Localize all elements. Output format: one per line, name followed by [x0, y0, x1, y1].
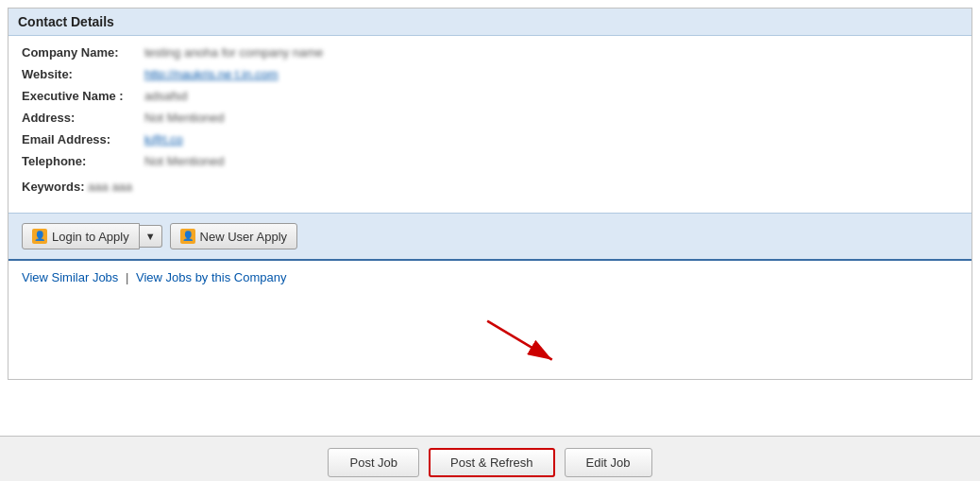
- section-header: Contact Details: [8, 9, 972, 36]
- section-title: Contact Details: [18, 14, 114, 29]
- executive-name-value: adsafsd: [144, 89, 188, 103]
- telephone-value: Not Mentioned: [144, 154, 225, 168]
- svg-line-1: [487, 321, 552, 360]
- contact-row-email: Email Address: k@t.co: [22, 132, 958, 146]
- post-refresh-button[interactable]: Post & Refresh: [429, 448, 554, 477]
- login-to-apply-button[interactable]: 👤 Login to Apply: [22, 223, 140, 249]
- login-apply-label: Login to Apply: [52, 230, 129, 244]
- website-value[interactable]: http://naukris.ne t.in.com: [144, 67, 279, 81]
- contact-details-section: Contact Details Company Name: testing an…: [8, 8, 972, 380]
- view-similar-jobs-link[interactable]: View Similar Jobs: [22, 270, 118, 284]
- login-icon: 👤: [32, 229, 47, 244]
- apply-bar: 👤 Login to Apply ▼ 👤 New User Apply: [8, 213, 972, 261]
- dropdown-arrow: ▼: [145, 231, 156, 242]
- contact-row-address: Address: Not Mentioned: [22, 111, 958, 125]
- keywords-label: Keywords:: [22, 180, 88, 194]
- links-separator: |: [126, 270, 128, 284]
- email-label: Email Address:: [22, 132, 144, 146]
- login-apply-dropdown-button[interactable]: ▼: [140, 225, 162, 248]
- links-row: View Similar Jobs | View Jobs by this Co…: [8, 261, 972, 294]
- new-user-icon: 👤: [180, 229, 195, 244]
- keywords-row: Keywords: aaa aaa: [22, 176, 958, 198]
- contact-row-company: Company Name: testing anoha for company …: [22, 45, 958, 60]
- footer-bar: Post Job Post & Refresh Edit Job: [0, 436, 980, 481]
- email-value[interactable]: k@t.co: [144, 132, 183, 146]
- contact-row-website: Website: http://naukris.ne t.in.com: [22, 67, 958, 81]
- telephone-label: Telephone:: [22, 154, 144, 168]
- website-label: Website:: [22, 67, 144, 81]
- new-user-apply-button[interactable]: 👤 New User Apply: [170, 223, 297, 249]
- address-label: Address:: [22, 111, 144, 125]
- edit-job-button[interactable]: Edit Job: [565, 448, 652, 477]
- contact-body: Company Name: testing anoha for company …: [8, 36, 972, 213]
- new-user-apply-label: New User Apply: [200, 230, 287, 244]
- address-value: Not Mentioned: [144, 111, 225, 125]
- arrow-indicator: [471, 313, 584, 369]
- view-jobs-by-company-link[interactable]: View Jobs by this Company: [136, 270, 286, 284]
- main-container: Contact Details Company Name: testing an…: [0, 8, 980, 481]
- post-job-button[interactable]: Post Job: [328, 448, 419, 477]
- company-name-value: testing anoha for company name: [144, 45, 323, 60]
- company-name-label: Company Name:: [22, 45, 144, 60]
- contact-row-executive: Executive Name : adsafsd: [22, 89, 958, 103]
- contact-row-telephone: Telephone: Not Mentioned: [22, 154, 958, 168]
- keywords-value: aaa aaa: [88, 180, 132, 194]
- arrow-area: [8, 294, 972, 379]
- executive-name-label: Executive Name :: [22, 89, 144, 103]
